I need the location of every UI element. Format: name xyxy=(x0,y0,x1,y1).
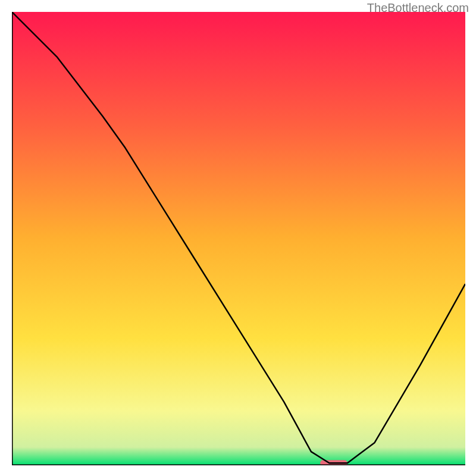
watermark-text: TheBottleneck.com xyxy=(367,1,469,15)
gradient-background xyxy=(12,12,465,465)
plot-area xyxy=(12,12,465,465)
chart-svg xyxy=(12,12,465,465)
chart-container: TheBottleneck.com xyxy=(0,0,476,476)
